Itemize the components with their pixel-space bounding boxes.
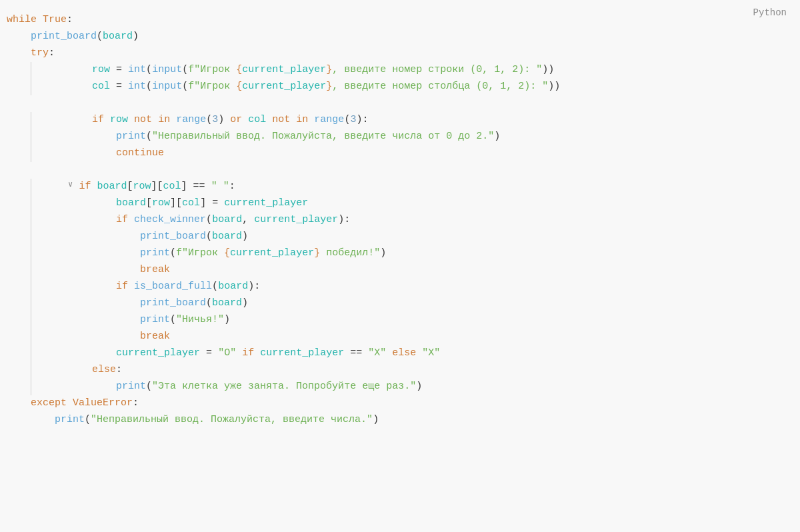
- line-4: row = int(input(f"Игрок {current_player}…: [7, 62, 800, 79]
- line-16: break: [7, 262, 800, 279]
- line-5: col = int(input(f"Игрок {current_player}…: [7, 79, 800, 95]
- line-22: else:: [7, 362, 800, 379]
- line-2: print_board(board): [7, 29, 800, 45]
- line-8: print("Неправильный ввод. Пожалуйста, вв…: [7, 129, 800, 145]
- line-7: if row not in range(3) or col not in ran…: [7, 112, 800, 129]
- line-3: try:: [7, 45, 800, 62]
- code-container: Python while True: print_board(board) tr…: [0, 0, 800, 532]
- line-19: print("Ничья!"): [7, 312, 800, 329]
- line-15: print(f"Игрок {current_player} победил!"…: [7, 245, 800, 262]
- line-23: print("Эта клетка уже занята. Попробуйте…: [7, 379, 800, 395]
- line-1: while True:: [7, 12, 800, 29]
- line-9: continue: [7, 145, 800, 162]
- line-25: print("Неправильный ввод. Пожалуйста, вв…: [7, 412, 800, 429]
- line-21: current_player = "O" if current_player =…: [7, 345, 800, 362]
- line-24: except ValueError:: [7, 395, 800, 412]
- line-18: print_board(board): [7, 295, 800, 312]
- line-17: if is_board_full(board):: [7, 279, 800, 295]
- line-10: [7, 162, 800, 179]
- line-11: ∨ if board[row][col] == " ":: [7, 179, 800, 195]
- line-14: print_board(board): [7, 229, 800, 245]
- line-20: break: [7, 329, 800, 345]
- line-6: [7, 95, 800, 112]
- code-block: while True: print_board(board) try: row …: [7, 7, 800, 429]
- line-12: board[row][col] = current_player: [7, 195, 800, 212]
- language-label: Python: [753, 5, 787, 20]
- line-13: if check_winner(board, current_player):: [7, 212, 800, 229]
